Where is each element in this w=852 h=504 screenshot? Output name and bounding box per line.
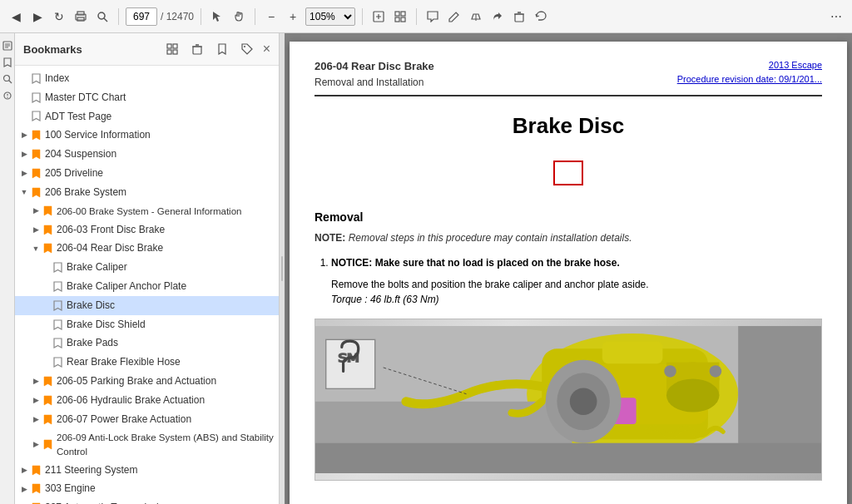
pdf-torque-text: Torque : 46 lb.ft (63 Nm): [331, 292, 822, 307]
panel-tab-3[interactable]: [2, 73, 13, 85]
tree-label-206-09[interactable]: 206-09 Anti-Lock Brake System (ABS) and …: [57, 431, 275, 457]
bookmark-icon-shield: [52, 319, 63, 330]
tree-item-brake-pads[interactable]: Brake Pads: [15, 334, 279, 353]
tree-label-206-04[interactable]: 206-04 Rear Disc Brake: [57, 241, 275, 255]
tree-label-206[interactable]: 206 Brake System: [45, 185, 275, 200]
tree-item-206-06[interactable]: ▶ 206-06 Hydraulic Brake Actuation: [15, 391, 279, 410]
tree-item-206-09[interactable]: ▶ 206-09 Anti-Lock Brake System (ABS) an…: [15, 428, 279, 460]
toolbar: ◀ ▶ ↻ / 12470 − + 105% 75% 100% 125% 150…: [0, 0, 852, 33]
panel-tab-1[interactable]: [2, 40, 13, 52]
panel-tab-4[interactable]: [2, 90, 13, 101]
tree-label-brake-pads[interactable]: Brake Pads: [67, 336, 275, 350]
tree-item-brake-disc[interactable]: Brake Disc: [15, 296, 279, 315]
tree-item-rear-brake-hose[interactable]: Rear Brake Flexible Hose: [15, 353, 279, 372]
tree-item-brake-caliper-anchor[interactable]: Brake Caliper Anchor Plate: [15, 277, 279, 296]
tree-item-brake-disc-shield[interactable]: Brake Disc Shield: [15, 315, 279, 334]
pdf-illustration: ℠: [315, 319, 822, 481]
note-text: Removal steps in this procedure may cont…: [349, 232, 632, 244]
tree-expand-211[interactable]: ▶: [18, 464, 30, 476]
tree-expand-205[interactable]: ▶: [18, 167, 30, 179]
back-button[interactable]: ◀: [7, 7, 25, 26]
page-number-input[interactable]: [126, 7, 157, 26]
tree-item-100[interactable]: ▶ 100 Service Information: [15, 126, 279, 145]
tree-expand-206-04[interactable]: ▼: [30, 243, 42, 254]
tree-label-master-dtc[interactable]: Master DTC Chart: [45, 91, 275, 105]
tree-expand-206-00[interactable]: ▶: [30, 205, 42, 217]
sidebar-title: Bookmarks: [23, 43, 82, 56]
tree-label-206-07[interactable]: 206-07 Power Brake Actuation: [57, 413, 275, 427]
cursor-tool-button[interactable]: [208, 7, 226, 26]
tree-expand-206-06[interactable]: ▶: [30, 394, 42, 406]
tree-label-adt[interactable]: ADT Test Page: [45, 110, 275, 124]
tree-item-307[interactable]: ▶ 307 Automatic Transmission: [15, 498, 279, 504]
tree-label-brake-caliper-anchor[interactable]: Brake Caliper Anchor Plate: [67, 279, 275, 294]
tag-button[interactable]: [238, 40, 256, 58]
pen-button[interactable]: [445, 7, 463, 26]
print-button[interactable]: [72, 7, 90, 26]
zoom-in-button[interactable]: +: [284, 7, 302, 26]
tree-item-206-07[interactable]: ▶ 206-07 Power Brake Actuation: [15, 410, 279, 429]
tree-item-204[interactable]: ▶ 204 Suspension: [15, 145, 279, 164]
tree-label-307[interactable]: 307 Automatic Transmission: [45, 501, 275, 504]
tree-item-adt[interactable]: ADT Test Page: [15, 107, 279, 126]
tree-expand-206-09[interactable]: ▶: [30, 439, 42, 451]
tree-label-brake-disc[interactable]: Brake Disc: [67, 299, 275, 313]
more-button[interactable]: ⋯: [827, 7, 845, 26]
tree-label-rear-brake-hose[interactable]: Rear Brake Flexible Hose: [67, 355, 275, 369]
note-label: NOTE:: [315, 232, 345, 244]
tree-item-206-04[interactable]: ▼ 206-04 Rear Disc Brake: [15, 239, 279, 258]
tree-label-100[interactable]: 100 Service Information: [45, 128, 275, 142]
forward-button[interactable]: ▶: [28, 7, 47, 26]
tree-item-303[interactable]: ▶ 303 Engine: [15, 479, 279, 498]
comment-button[interactable]: [424, 7, 442, 26]
tree-item-206-03[interactable]: ▶ 206-03 Front Disc Brake: [15, 220, 279, 240]
svg-text:℠: ℠: [334, 348, 365, 382]
tree-label-206-05[interactable]: 206-05 Parking Brake and Actuation: [57, 374, 275, 388]
tree-item-206-05[interactable]: ▶ 206-05 Parking Brake and Actuation: [15, 372, 279, 391]
grid-view-button[interactable]: [391, 7, 409, 26]
delete-bookmark-button[interactable]: [188, 40, 206, 58]
tree-expand-206-05[interactable]: ▶: [30, 375, 42, 387]
share-button[interactable]: [488, 7, 507, 26]
tree-label-206-00[interactable]: 206-00 Brake System - General Informatio…: [57, 205, 275, 218]
tree-expand-100[interactable]: ▶: [18, 130, 30, 141]
zoom-out-button[interactable]: −: [262, 7, 280, 26]
tree-item-205[interactable]: ▶ 205 Driveline: [15, 164, 279, 183]
tree-item-206[interactable]: ▼ 206 Brake System: [15, 183, 279, 202]
tree-label-206-06[interactable]: 206-06 Hydraulic Brake Actuation: [57, 393, 275, 408]
tree-item-211[interactable]: ▶ 211 Steering System: [15, 461, 279, 480]
sidebar-close-button[interactable]: ×: [263, 42, 270, 56]
tree-label-brake-disc-shield[interactable]: Brake Disc Shield: [67, 318, 275, 332]
tree-item-206-00[interactable]: ▶ 206-00 Brake System - General Informat…: [15, 202, 279, 220]
svg-rect-25: [167, 50, 171, 54]
tree-label-211[interactable]: 211 Steering System: [45, 463, 275, 477]
search-magnify-button[interactable]: [93, 7, 111, 26]
tree-item-brake-caliper[interactable]: Brake Caliper: [15, 258, 279, 277]
sidebar-header: Bookmarks ×: [15, 33, 279, 66]
tree-label-index[interactable]: Index: [45, 72, 275, 86]
tree-expand-303[interactable]: ▶: [18, 483, 30, 495]
tree-expand-206-07[interactable]: ▶: [30, 413, 42, 425]
tree-expand-204[interactable]: ▶: [18, 149, 30, 161]
fit-page-button[interactable]: [369, 7, 388, 26]
new-bookmark-button[interactable]: [213, 40, 231, 58]
pdf-header-section: 206-04 Rear Disc Brake: [315, 58, 434, 75]
tree-label-206-03[interactable]: 206-03 Front Disc Brake: [57, 223, 275, 237]
tree-item-index[interactable]: Index: [15, 69, 279, 88]
expand-all-button[interactable]: [163, 40, 181, 58]
highlight-button[interactable]: [467, 7, 485, 26]
hand-tool-button[interactable]: [230, 7, 248, 26]
panel-tab-2[interactable]: [2, 57, 13, 68]
tree-label-303[interactable]: 303 Engine: [45, 482, 275, 496]
tree-label-205[interactable]: 205 Driveline: [45, 166, 275, 180]
tree-label-204[interactable]: 204 Suspension: [45, 147, 275, 161]
pdf-area[interactable]: 206-04 Rear Disc Brake Removal and Insta…: [285, 33, 852, 504]
tree-label-brake-caliper[interactable]: Brake Caliper: [67, 260, 275, 274]
refresh-button[interactable]: ↻: [50, 7, 68, 26]
tree-expand-206-03[interactable]: ▶: [30, 224, 42, 235]
tree-item-master-dtc[interactable]: Master DTC Chart: [15, 88, 279, 107]
undo-button[interactable]: [532, 7, 550, 26]
tree-expand-206[interactable]: ▼: [18, 186, 30, 198]
zoom-select[interactable]: 105% 75% 100% 125% 150%: [305, 7, 355, 26]
delete-button[interactable]: [510, 7, 528, 26]
